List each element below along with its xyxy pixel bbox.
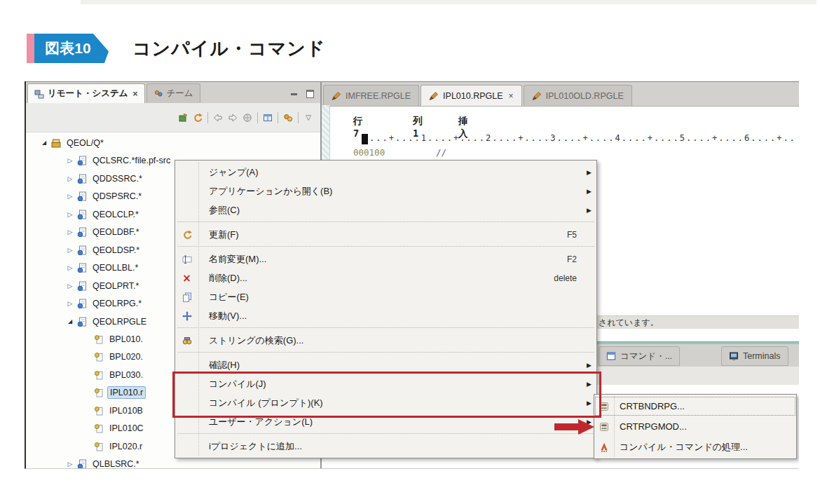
editor-tab-label: IPL010OLD.RPGLE <box>546 91 624 101</box>
view-tab-remote-systems[interactable]: リモート・システム× <box>27 83 145 103</box>
menu-item-label: コンパイル(J) <box>209 378 596 390</box>
tree-expander-collapsed-icon[interactable]: ▷ <box>66 211 74 218</box>
tree-expander-expanded-icon[interactable]: ◢ <box>40 139 48 146</box>
source-file-icon <box>77 156 87 165</box>
close-icon[interactable]: × <box>133 89 138 99</box>
figure-accent-bar <box>27 34 34 63</box>
menu-item-label: 移動(V)... <box>209 310 596 322</box>
remote-panel-tabs: リモート・システム×チーム <box>26 83 200 103</box>
source-file-icon <box>77 227 87 237</box>
tree-expander-collapsed-icon[interactable]: ▷ <box>66 175 74 182</box>
forward-arrow-icon[interactable] <box>228 113 238 123</box>
menu-item[interactable]: アプリケーションから開く(B)▶ <box>175 182 596 200</box>
move-icon <box>182 311 192 321</box>
menu-item[interactable]: コピー(E) <box>175 287 596 306</box>
restore-icon[interactable] <box>305 89 315 99</box>
member-icon <box>94 370 104 380</box>
view-tab-team[interactable]: チーム <box>146 83 200 103</box>
close-icon[interactable]: × <box>509 91 514 101</box>
back-arrow-icon[interactable] <box>213 113 223 123</box>
table-view-icon[interactable] <box>263 113 273 123</box>
tree-expander-collapsed-icon[interactable]: ▷ <box>66 247 74 254</box>
editor-tab[interactable]: IPL010.RPGLE× <box>421 85 521 106</box>
menu-item[interactable]: ×削除(D)...delete <box>175 268 596 287</box>
remote-panel-tab-row: リモート・システム×チーム <box>26 81 320 104</box>
remote-systems-icon <box>34 89 44 99</box>
editor-tab-label: IMFREE.RPGLE <box>346 91 411 101</box>
menu-item-label: ストリングの検索(G)... <box>209 334 596 347</box>
minimize-icon[interactable] <box>289 89 299 99</box>
command-console-icon <box>606 351 616 361</box>
menu-item[interactable]: iプロジェクトに追加... <box>175 437 596 456</box>
tree-item-label: QEOLDSP.* <box>90 245 142 256</box>
submenu-item[interactable]: コンパイル・コマンドの処理... <box>594 437 796 457</box>
submenu-item-gutter <box>594 402 614 411</box>
tree-item-label: QEOLLBL.* <box>90 262 140 273</box>
submenu-arrow-icon: ▶ <box>587 188 592 195</box>
menu-item-label: 参照(C) <box>209 204 596 217</box>
menu-item[interactable]: 確認(H)▶ <box>175 355 596 374</box>
tree-item-label: QDSPSRC.* <box>90 191 144 202</box>
menu-item-accelerator: delete <box>554 273 577 283</box>
view-menu-dropdown-icon[interactable]: ▽ <box>303 113 313 123</box>
refresh-icon <box>182 230 192 240</box>
new-connection-icon[interactable] <box>178 113 188 123</box>
tree-expander-collapsed-icon[interactable]: ▷ <box>66 264 74 271</box>
menu-item[interactable]: コンパイル(J)▶ <box>175 374 596 393</box>
editor-tab[interactable]: IPL010OLD.RPGLE <box>524 85 632 106</box>
view-window-buttons <box>289 89 320 103</box>
submenu-arrow-icon: ▶ <box>587 169 592 176</box>
tree-item-label: QEOL/Q* <box>64 137 106 149</box>
menu-item[interactable]: ユーザー・アクション(L)▶ <box>175 412 596 431</box>
tree-expander-collapsed-icon[interactable]: ▷ <box>66 193 74 200</box>
menu-item-label: アプリケーションから開く(B) <box>209 185 596 198</box>
menu-item-label: コピー(E) <box>209 291 596 304</box>
tree-expander-collapsed-icon[interactable]: ▷ <box>66 157 74 164</box>
submenu-item[interactable]: CRTRPGMOD... <box>594 416 796 437</box>
terminals-icon <box>729 351 739 361</box>
menu-item[interactable]: 名前変更(M)...F2 <box>175 250 596 268</box>
gears-icon[interactable] <box>283 113 293 123</box>
refresh-icon[interactable] <box>193 113 203 123</box>
ide-screenshot: リモート・システム×チーム ▽ ◢QEOL/Q*▷QCLSRC.*file.pf… <box>25 81 799 469</box>
menu-item-gutter <box>175 230 198 240</box>
source-file-icon <box>77 317 87 327</box>
menu-item[interactable]: ストリングの検索(G)... <box>175 331 596 350</box>
menu-item-label: 削除(D)... <box>209 272 554 285</box>
toolbar-separator <box>207 112 208 123</box>
tree-item-label: QEOLRPGLE <box>90 316 149 327</box>
tree-expander-collapsed-icon[interactable]: ▷ <box>66 300 74 307</box>
menu-item[interactable]: 移動(V)... <box>175 306 596 325</box>
submenu-item[interactable]: CRTBNDRPG... <box>594 396 796 416</box>
menu-item-gutter <box>175 336 198 346</box>
editor-tab[interactable]: IMFREE.RPGLE <box>323 85 419 106</box>
tree-expander-expanded-icon[interactable]: ◢ <box>66 318 74 325</box>
tree-item-label: QLBLSRC.* <box>90 458 142 469</box>
source-file-icon <box>77 263 87 273</box>
tree-item-label: BPL030. <box>107 369 145 381</box>
menu-item[interactable]: 参照(C)▶ <box>175 200 596 219</box>
tree-item-label: IPL010.r <box>107 386 146 399</box>
tree-item-label: QDDSSRC.* <box>90 173 144 184</box>
menu-item[interactable]: コンパイル (プロンプト)(K)▶ <box>175 393 596 412</box>
page-crop-artifact <box>81 0 816 4</box>
tree-expander-collapsed-icon[interactable]: ▷ <box>66 461 74 468</box>
tree-item-label: BPL010. <box>107 334 145 345</box>
code-line-number: 000100 <box>353 147 385 158</box>
console-tab-terminals[interactable]: Terminals <box>721 346 788 366</box>
source-file-icon <box>77 299 87 308</box>
library-icon <box>51 138 61 148</box>
red-arrow-annotation <box>553 418 596 436</box>
globe-icon[interactable] <box>242 113 252 123</box>
tree-item[interactable]: ◢QEOL/Q* <box>26 135 236 150</box>
menu-item[interactable]: ジャンプ(A)▶ <box>175 163 596 182</box>
menu-item-label: ユーザー・アクション(L) <box>209 416 596 428</box>
console-tab-commands[interactable]: コマンド・... <box>599 346 680 366</box>
tree-expander-collapsed-icon[interactable]: ▷ <box>66 229 74 236</box>
remote-panel-toolbar: ▽ <box>26 103 320 132</box>
menu-item[interactable]: 更新(F)F5 <box>175 225 596 244</box>
source-file-icon <box>77 281 87 291</box>
tree-expander-collapsed-icon[interactable]: ▷ <box>66 282 74 290</box>
view-tab-label: チーム <box>167 88 193 100</box>
figure-badge-label: 図表10 <box>45 39 90 58</box>
